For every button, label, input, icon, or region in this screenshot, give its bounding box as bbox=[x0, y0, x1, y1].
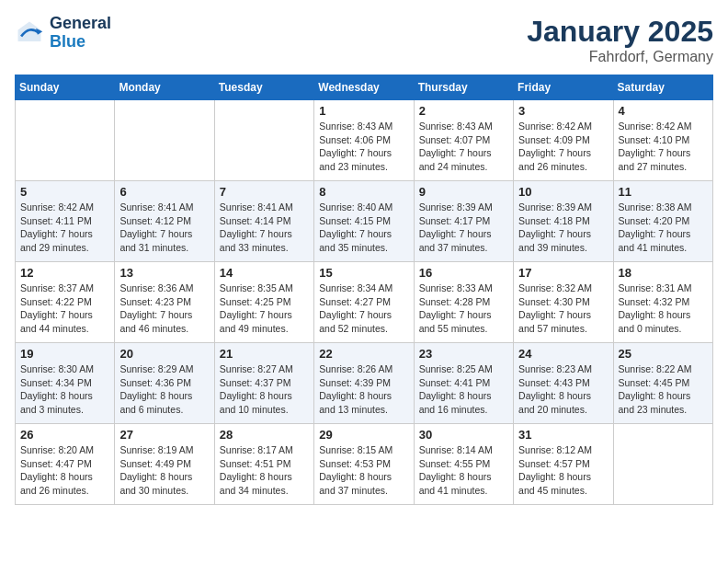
logo-text: General Blue bbox=[50, 15, 111, 52]
day-info: Sunrise: 8:30 AM Sunset: 4:34 PM Dayligh… bbox=[20, 362, 109, 417]
day-info: Sunrise: 8:23 AM Sunset: 4:43 PM Dayligh… bbox=[518, 362, 608, 417]
day-info: Sunrise: 8:27 AM Sunset: 4:37 PM Dayligh… bbox=[220, 362, 309, 417]
day-info: Sunrise: 8:15 AM Sunset: 4:53 PM Dayligh… bbox=[319, 443, 408, 498]
table-row: 18Sunrise: 8:31 AM Sunset: 4:32 PM Dayli… bbox=[613, 262, 712, 343]
table-row: 27Sunrise: 8:19 AM Sunset: 4:49 PM Dayli… bbox=[115, 424, 214, 505]
day-info: Sunrise: 8:43 AM Sunset: 4:06 PM Dayligh… bbox=[319, 120, 408, 174]
title-area: January 2025 Fahrdorf, Germany bbox=[527, 15, 713, 65]
logo-line2: Blue bbox=[50, 32, 85, 51]
table-row: 5Sunrise: 8:42 AM Sunset: 4:11 PM Daylig… bbox=[16, 181, 115, 262]
table-row: 6Sunrise: 8:41 AM Sunset: 4:12 PM Daylig… bbox=[115, 181, 214, 262]
day-number: 22 bbox=[319, 347, 408, 361]
calendar-row: 19Sunrise: 8:30 AM Sunset: 4:34 PM Dayli… bbox=[16, 343, 713, 424]
month-title: January 2025 bbox=[527, 15, 713, 49]
header-friday: Friday bbox=[514, 75, 613, 100]
table-row: 14Sunrise: 8:35 AM Sunset: 4:25 PM Dayli… bbox=[214, 262, 313, 343]
day-number: 16 bbox=[419, 266, 508, 280]
table-row: 8Sunrise: 8:40 AM Sunset: 4:15 PM Daylig… bbox=[314, 181, 414, 262]
day-number: 14 bbox=[220, 266, 309, 280]
table-row bbox=[16, 100, 115, 181]
table-row: 29Sunrise: 8:15 AM Sunset: 4:53 PM Dayli… bbox=[314, 424, 414, 505]
header-wednesday: Wednesday bbox=[314, 75, 414, 100]
day-info: Sunrise: 8:32 AM Sunset: 4:30 PM Dayligh… bbox=[518, 282, 608, 336]
day-number: 24 bbox=[518, 347, 608, 361]
table-row bbox=[613, 424, 712, 505]
table-row: 31Sunrise: 8:12 AM Sunset: 4:57 PM Dayli… bbox=[514, 424, 613, 505]
day-info: Sunrise: 8:25 AM Sunset: 4:41 PM Dayligh… bbox=[419, 362, 508, 417]
table-row: 12Sunrise: 8:37 AM Sunset: 4:22 PM Dayli… bbox=[16, 262, 115, 343]
day-info: Sunrise: 8:42 AM Sunset: 4:09 PM Dayligh… bbox=[518, 120, 608, 174]
table-row: 11Sunrise: 8:38 AM Sunset: 4:20 PM Dayli… bbox=[613, 181, 712, 262]
day-info: Sunrise: 8:40 AM Sunset: 4:15 PM Dayligh… bbox=[319, 201, 408, 255]
day-info: Sunrise: 8:37 AM Sunset: 4:22 PM Dayligh… bbox=[20, 282, 109, 336]
day-number: 29 bbox=[319, 428, 408, 442]
day-number: 10 bbox=[518, 185, 608, 199]
day-info: Sunrise: 8:43 AM Sunset: 4:07 PM Dayligh… bbox=[419, 120, 508, 174]
day-number: 19 bbox=[20, 347, 109, 361]
day-number: 17 bbox=[518, 266, 608, 280]
day-number: 7 bbox=[220, 185, 309, 199]
table-row: 13Sunrise: 8:36 AM Sunset: 4:23 PM Dayli… bbox=[115, 262, 214, 343]
calendar-row: 12Sunrise: 8:37 AM Sunset: 4:22 PM Dayli… bbox=[16, 262, 713, 343]
calendar-row: 1Sunrise: 8:43 AM Sunset: 4:06 PM Daylig… bbox=[16, 100, 713, 181]
table-row: 9Sunrise: 8:39 AM Sunset: 4:17 PM Daylig… bbox=[414, 181, 513, 262]
table-row: 30Sunrise: 8:14 AM Sunset: 4:55 PM Dayli… bbox=[414, 424, 513, 505]
day-info: Sunrise: 8:39 AM Sunset: 4:18 PM Dayligh… bbox=[518, 201, 608, 255]
day-info: Sunrise: 8:14 AM Sunset: 4:55 PM Dayligh… bbox=[419, 443, 508, 498]
table-row: 26Sunrise: 8:20 AM Sunset: 4:47 PM Dayli… bbox=[16, 424, 115, 505]
day-number: 9 bbox=[419, 185, 508, 199]
day-info: Sunrise: 8:38 AM Sunset: 4:20 PM Dayligh… bbox=[619, 201, 708, 255]
day-info: Sunrise: 8:17 AM Sunset: 4:51 PM Dayligh… bbox=[220, 443, 309, 498]
table-row: 22Sunrise: 8:26 AM Sunset: 4:39 PM Dayli… bbox=[314, 343, 414, 424]
table-row: 25Sunrise: 8:22 AM Sunset: 4:45 PM Dayli… bbox=[613, 343, 712, 424]
table-row: 23Sunrise: 8:25 AM Sunset: 4:41 PM Dayli… bbox=[414, 343, 513, 424]
day-number: 26 bbox=[20, 428, 109, 442]
day-number: 28 bbox=[220, 428, 309, 442]
day-number: 3 bbox=[518, 104, 608, 118]
table-row: 1Sunrise: 8:43 AM Sunset: 4:06 PM Daylig… bbox=[314, 100, 414, 181]
header-tuesday: Tuesday bbox=[214, 75, 313, 100]
day-info: Sunrise: 8:33 AM Sunset: 4:28 PM Dayligh… bbox=[419, 282, 508, 336]
table-row: 16Sunrise: 8:33 AM Sunset: 4:28 PM Dayli… bbox=[414, 262, 513, 343]
logo-line1: General bbox=[50, 15, 111, 33]
table-row: 2Sunrise: 8:43 AM Sunset: 4:07 PM Daylig… bbox=[414, 100, 513, 181]
table-row: 17Sunrise: 8:32 AM Sunset: 4:30 PM Dayli… bbox=[514, 262, 613, 343]
calendar-row: 5Sunrise: 8:42 AM Sunset: 4:11 PM Daylig… bbox=[16, 181, 713, 262]
day-info: Sunrise: 8:39 AM Sunset: 4:17 PM Dayligh… bbox=[419, 201, 508, 255]
calendar-row: 26Sunrise: 8:20 AM Sunset: 4:47 PM Dayli… bbox=[16, 424, 713, 505]
calendar: Sunday Monday Tuesday Wednesday Thursday… bbox=[15, 75, 713, 505]
location-title: Fahrdorf, Germany bbox=[527, 49, 713, 65]
day-number: 27 bbox=[119, 428, 209, 442]
day-info: Sunrise: 8:26 AM Sunset: 4:39 PM Dayligh… bbox=[319, 362, 408, 417]
day-number: 31 bbox=[518, 428, 608, 442]
day-info: Sunrise: 8:22 AM Sunset: 4:45 PM Dayligh… bbox=[619, 362, 708, 417]
table-row: 24Sunrise: 8:23 AM Sunset: 4:43 PM Dayli… bbox=[514, 343, 613, 424]
day-number: 23 bbox=[419, 347, 508, 361]
day-info: Sunrise: 8:29 AM Sunset: 4:36 PM Dayligh… bbox=[119, 362, 209, 417]
table-row: 21Sunrise: 8:27 AM Sunset: 4:37 PM Dayli… bbox=[214, 343, 313, 424]
day-number: 2 bbox=[419, 104, 508, 118]
day-info: Sunrise: 8:42 AM Sunset: 4:11 PM Dayligh… bbox=[20, 201, 109, 255]
header-thursday: Thursday bbox=[414, 75, 513, 100]
header-sunday: Sunday bbox=[16, 75, 115, 100]
table-row: 4Sunrise: 8:42 AM Sunset: 4:10 PM Daylig… bbox=[613, 100, 712, 181]
logo: General Blue bbox=[15, 15, 111, 52]
table-row: 20Sunrise: 8:29 AM Sunset: 4:36 PM Dayli… bbox=[115, 343, 214, 424]
day-number: 18 bbox=[619, 266, 708, 280]
day-number: 21 bbox=[220, 347, 309, 361]
day-number: 4 bbox=[619, 104, 708, 118]
day-number: 25 bbox=[619, 347, 708, 361]
day-number: 6 bbox=[119, 185, 209, 199]
day-info: Sunrise: 8:19 AM Sunset: 4:49 PM Dayligh… bbox=[119, 443, 209, 498]
header-saturday: Saturday bbox=[613, 75, 712, 100]
table-row: 10Sunrise: 8:39 AM Sunset: 4:18 PM Dayli… bbox=[514, 181, 613, 262]
header-monday: Monday bbox=[115, 75, 214, 100]
table-row: 28Sunrise: 8:17 AM Sunset: 4:51 PM Dayli… bbox=[214, 424, 313, 505]
day-number: 30 bbox=[419, 428, 508, 442]
day-info: Sunrise: 8:31 AM Sunset: 4:32 PM Dayligh… bbox=[619, 282, 708, 336]
header: General Blue January 2025 Fahrdorf, Germ… bbox=[15, 15, 713, 65]
day-info: Sunrise: 8:42 AM Sunset: 4:10 PM Dayligh… bbox=[619, 120, 708, 174]
table-row bbox=[115, 100, 214, 181]
day-info: Sunrise: 8:34 AM Sunset: 4:27 PM Dayligh… bbox=[319, 282, 408, 336]
table-row bbox=[214, 100, 313, 181]
